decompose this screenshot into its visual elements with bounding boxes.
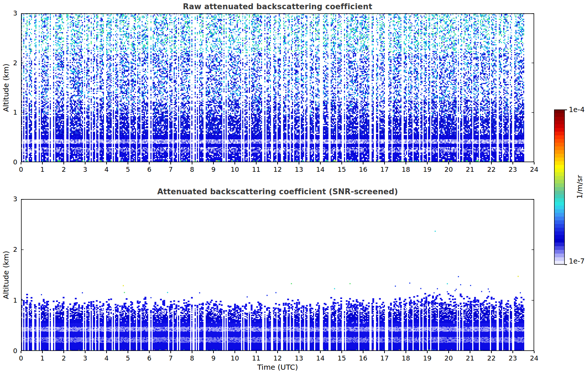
x-tick-label: 7 [163, 354, 179, 362]
x-tick-mark [320, 351, 321, 353]
x-tick-label: 12 [269, 354, 286, 362]
ylabel-screened: Altitude (km) [1, 251, 10, 299]
x-tick-label: 16 [355, 166, 371, 173]
x-tick-label: 5 [120, 354, 136, 362]
x-tick-label: 8 [184, 166, 200, 173]
x-tick-label: 20 [441, 354, 457, 362]
x-tick-mark [234, 162, 235, 164]
x-tick-label: 15 [334, 166, 350, 173]
x-tick-mark [448, 162, 449, 164]
x-tick-mark [63, 351, 64, 353]
x-tick-label: 19 [419, 166, 435, 173]
x-tick-mark [277, 351, 278, 353]
x-tick-label: 13 [291, 354, 307, 362]
y-tick-label: 1 [4, 108, 17, 116]
x-tick-label: 21 [462, 166, 478, 173]
x-tick-mark [534, 351, 535, 353]
y-tick-label: 3 [4, 195, 17, 203]
x-tick-label: 15 [334, 354, 350, 362]
y-tick-label: 0 [4, 347, 17, 355]
x-tick-mark [512, 162, 513, 164]
x-tick-mark [21, 351, 21, 353]
colorbar-max-label: 1e-4 [569, 105, 585, 114]
panel-raw-title: Raw attenuated backscattering coefficien… [21, 2, 534, 11]
x-tick-label: 9 [205, 354, 222, 362]
x-tick-label: 1 [34, 166, 51, 173]
x-tick-label: 13 [291, 166, 307, 173]
y-tick-label: 1 [4, 296, 17, 304]
x-tick-label: 12 [269, 166, 286, 173]
x-tick-label: 23 [505, 354, 521, 362]
x-tick-label: 16 [355, 354, 371, 362]
x-tick-mark [234, 351, 235, 353]
x-tick-mark [42, 351, 43, 353]
x-tick-mark [299, 162, 299, 164]
x-tick-mark [534, 162, 535, 164]
x-tick-mark [491, 162, 492, 164]
x-tick-mark [491, 351, 492, 353]
x-tick-mark [341, 162, 342, 164]
x-tick-mark [85, 351, 86, 353]
x-tick-label: 2 [56, 354, 72, 362]
panel-screened-title: Attenuated backscattering coefficient (S… [21, 187, 534, 196]
figure-root: Raw attenuated backscattering coefficien… [0, 0, 588, 376]
colorbar-min-label: 1e-7 [569, 257, 585, 265]
x-tick-label: 24 [526, 354, 542, 362]
x-tick-mark [256, 162, 257, 164]
x-tick-label: 4 [98, 166, 115, 173]
x-tick-label: 0 [13, 166, 29, 173]
x-tick-mark [170, 351, 171, 353]
x-tick-mark [384, 162, 385, 164]
x-tick-mark [21, 162, 21, 164]
x-tick-mark [192, 162, 192, 164]
x-tick-label: 9 [205, 166, 222, 173]
y-tick-label: 2 [4, 59, 17, 67]
x-tick-mark [192, 351, 192, 353]
x-tick-label: 14 [312, 354, 328, 362]
raw-backscatter-heatmap [21, 13, 534, 162]
x-tick-label: 10 [227, 354, 243, 362]
x-tick-label: 24 [526, 166, 542, 173]
x-tick-mark [149, 162, 150, 164]
x-tick-label: 8 [184, 354, 200, 362]
x-tick-label: 17 [376, 166, 393, 173]
x-tick-label: 17 [376, 354, 393, 362]
x-tick-mark [406, 162, 406, 164]
x-tick-label: 3 [77, 166, 93, 173]
x-tick-mark [363, 162, 363, 164]
x-tick-mark [277, 162, 278, 164]
x-tick-mark [106, 351, 107, 353]
x-tick-mark [512, 351, 513, 353]
x-tick-mark [320, 162, 321, 164]
x-tick-mark [85, 162, 86, 164]
x-tick-label: 3 [77, 354, 93, 362]
x-tick-label: 7 [163, 166, 179, 173]
xlabel-time: Time (UTC) [257, 363, 298, 372]
colorbar [554, 109, 565, 265]
x-tick-mark [128, 351, 128, 353]
x-tick-label: 2 [56, 166, 72, 173]
x-tick-mark [470, 351, 470, 353]
x-tick-mark [128, 162, 128, 164]
x-tick-label: 6 [141, 354, 157, 362]
x-tick-mark [63, 162, 64, 164]
x-tick-mark [470, 162, 470, 164]
colorbar-max-tick [565, 109, 567, 110]
x-tick-label: 22 [483, 166, 500, 173]
colorbar-unit-label: 1/m/sr [575, 175, 584, 199]
x-tick-label: 10 [227, 166, 243, 173]
x-tick-mark [42, 162, 43, 164]
x-tick-mark [448, 351, 449, 353]
y-tick-label: 2 [4, 246, 17, 253]
x-tick-mark [406, 351, 406, 353]
x-tick-mark [299, 351, 299, 353]
x-tick-mark [384, 351, 385, 353]
x-tick-label: 4 [98, 354, 115, 362]
x-tick-label: 21 [462, 354, 478, 362]
x-tick-label: 11 [248, 166, 264, 173]
x-tick-label: 20 [441, 166, 457, 173]
y-tick-label: 0 [4, 158, 17, 166]
x-tick-label: 0 [13, 354, 29, 362]
x-tick-label: 14 [312, 166, 328, 173]
x-tick-label: 6 [141, 166, 157, 173]
